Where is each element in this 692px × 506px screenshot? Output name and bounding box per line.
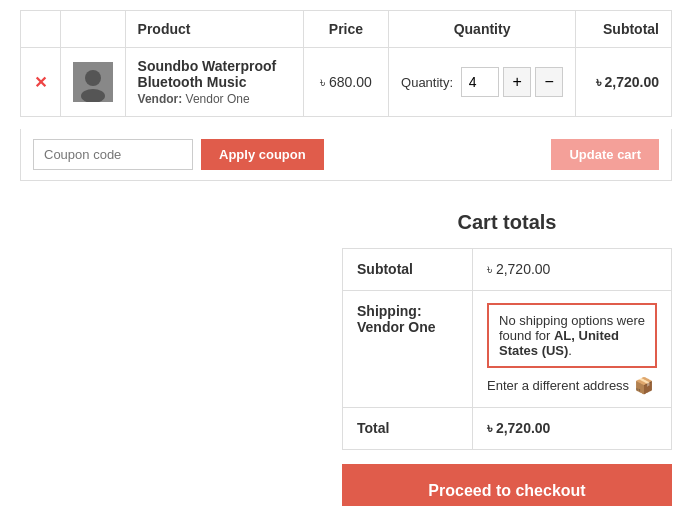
shipping-label: Shipping: Vendor One (343, 291, 473, 408)
update-cart-button[interactable]: Update cart (551, 139, 659, 170)
quantity-decrease-button[interactable]: − (535, 67, 563, 97)
col-header-price: Price (303, 11, 388, 48)
remove-item-button[interactable]: ✕ (34, 73, 47, 92)
proceed-to-checkout-button[interactable]: Proceed to checkout (342, 464, 672, 506)
shipping-row: Shipping: Vendor One No shipping options… (343, 291, 672, 408)
product-image-svg (73, 62, 113, 102)
vendor-name: Vendor One (186, 92, 250, 106)
quantity-control: Quantity: + − (401, 67, 563, 97)
subtotal-cell: ৳ 2,720.00 (576, 48, 672, 117)
product-subtotal: ৳ 2,720.00 (596, 74, 659, 90)
shipping-notice-box: No shipping options were found for AL, U… (487, 303, 657, 368)
subtotal-row: Subtotal ৳ 2,720.00 (343, 249, 672, 291)
quantity-increase-button[interactable]: + (503, 67, 531, 97)
quantity-input[interactable] (461, 67, 499, 97)
different-address-link[interactable]: Enter a different address 📦 (487, 376, 657, 395)
col-header-product: Product (125, 11, 303, 48)
quantity-label: Quantity: (401, 75, 453, 90)
total-row: Total ৳ 2,720.00 (343, 408, 672, 450)
cart-totals-title: Cart totals (342, 211, 672, 234)
cart-table: Product Price Quantity Subtotal ✕ So (20, 10, 672, 117)
remove-cell: ✕ (21, 48, 61, 117)
apply-coupon-button[interactable]: Apply coupon (201, 139, 324, 170)
product-name: Soundbo Waterproof Bluetooth Music (138, 58, 291, 90)
product-vendor: Vendor: Vendor One (138, 92, 250, 106)
shipping-label-line1: Shipping: (357, 303, 422, 319)
quantity-cell: Quantity: + − (389, 48, 576, 117)
subtotal-value: ৳ 2,720.00 (473, 249, 672, 291)
price-cell: ৳ 680.00 (303, 48, 388, 117)
col-header-subtotal: Subtotal (576, 11, 672, 48)
location-icon: 📦 (634, 376, 654, 395)
total-value: ৳ 2,720.00 (473, 408, 672, 450)
diff-address-text: Enter a different address (487, 378, 629, 393)
product-thumbnail (73, 62, 113, 102)
col-header-remove (21, 11, 61, 48)
coupon-input[interactable] (33, 139, 193, 170)
shipping-value-cell: No shipping options were found for AL, U… (473, 291, 672, 408)
svg-point-1 (85, 70, 101, 86)
col-header-thumb (60, 11, 125, 48)
cart-totals-box: Cart totals Subtotal ৳ 2,720.00 Shipping… (342, 211, 672, 506)
col-header-quantity: Quantity (389, 11, 576, 48)
vendor-label: Vendor: (138, 92, 183, 106)
coupon-row: Apply coupon Update cart (20, 129, 672, 181)
product-price: ৳ 680.00 (320, 74, 372, 90)
total-label: Total (343, 408, 473, 450)
product-cell: Soundbo Waterproof Bluetooth Music Vendo… (125, 48, 303, 117)
cart-totals-section: Cart totals Subtotal ৳ 2,720.00 Shipping… (20, 211, 672, 506)
shipping-suffix: . (568, 343, 572, 358)
subtotal-label: Subtotal (343, 249, 473, 291)
shipping-vendor-label: Vendor One (357, 319, 436, 335)
coupon-left: Apply coupon (33, 139, 324, 170)
thumbnail-cell (60, 48, 125, 117)
totals-table: Subtotal ৳ 2,720.00 Shipping: Vendor One… (342, 248, 672, 450)
table-row: ✕ Soundbo Waterproof Bluetooth Music Ven… (21, 48, 672, 117)
